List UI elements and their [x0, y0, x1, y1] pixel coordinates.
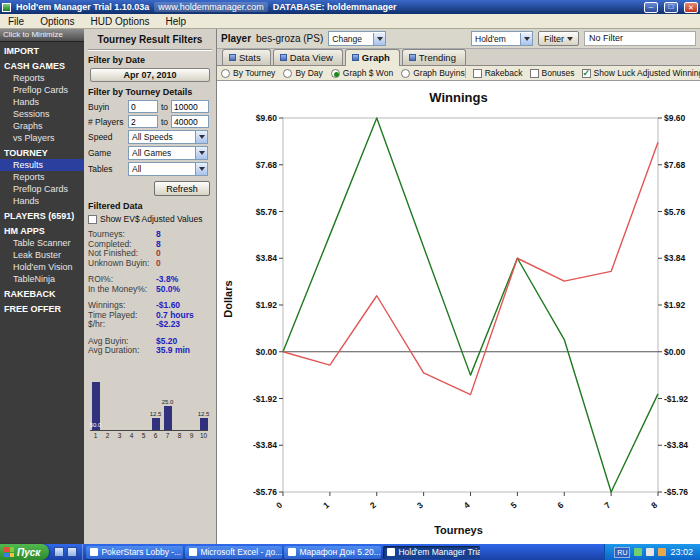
stat-group: ROI%:-3.8%In the Money%:50.0%: [88, 275, 212, 294]
sidebar-section-cash-games[interactable]: CASH GAMES: [0, 57, 84, 72]
mini-chart-bar-value: 50.0: [90, 422, 102, 428]
y-tick-label: -$1.92: [253, 394, 277, 404]
chart-title: Winnings: [217, 90, 700, 105]
language-indicator[interactable]: RU: [614, 547, 630, 558]
stat-value: 35.9 min: [156, 345, 190, 355]
sidebar-item-preflop-cards[interactable]: Preflop Cards: [0, 183, 84, 195]
sidebar-section-free-offer[interactable]: FREE OFFER: [0, 300, 84, 315]
sidebar-item-reports[interactable]: Reports: [0, 72, 84, 84]
filter-status-field: No Filter: [584, 31, 696, 46]
menu-options[interactable]: Options: [32, 16, 82, 27]
to-label: to: [161, 102, 168, 112]
sidebar-item-tableninja[interactable]: TableNinja: [0, 273, 84, 285]
players-to-input[interactable]: [171, 115, 209, 128]
titlebar-site: www.holdemmanager.com: [154, 2, 268, 12]
mini-chart-category-label: 5: [142, 432, 146, 440]
y-tick-label-right: -$5.76: [664, 487, 688, 497]
taskbar-button-microsoft-excel[interactable]: Microsoft Excel - до...: [185, 546, 282, 559]
sidebar-item-results[interactable]: Results: [0, 159, 84, 171]
sidebar-minimize-button[interactable]: Click to Minimize: [0, 29, 84, 42]
sidebar-item-vs-players[interactable]: vs Players: [0, 132, 84, 144]
quick-launch-icon[interactable]: [54, 547, 64, 557]
speed-select[interactable]: All Speeds: [128, 130, 208, 144]
refresh-button[interactable]: Refresh: [154, 181, 210, 196]
y-tick-label-right: -$3.84: [664, 440, 688, 450]
taskbar-button-5-20[interactable]: Марафон Дон 5.20...: [284, 546, 381, 559]
checkbox-bonuses[interactable]: Bonuses: [530, 68, 575, 78]
tray-icon[interactable]: [634, 548, 642, 556]
sidebar-section-import[interactable]: IMPORT: [0, 42, 84, 57]
tables-select[interactable]: All: [128, 162, 208, 176]
tray-icon[interactable]: [658, 548, 666, 556]
y-tick-label: $9.60: [256, 113, 278, 123]
titlebar: Hold'em Manager Trial 1.10.03a www.holde…: [0, 0, 700, 14]
sidebar-section-hm-apps[interactable]: HM APPS: [0, 222, 84, 237]
sidebar-item-leak-buster[interactable]: Leak Buster: [0, 249, 84, 261]
sidebar-item-preflop-cards[interactable]: Preflop Cards: [0, 84, 84, 96]
y-tick-label: -$5.76: [253, 487, 277, 497]
app-window: Hold'em Manager Trial 1.10.03a www.holde…: [0, 0, 700, 560]
filter-panel: Tourney Result Filters Filter by Date Ap…: [84, 29, 217, 544]
menu-hud-options[interactable]: HUD Options: [83, 16, 158, 27]
buyin-from-input[interactable]: [128, 100, 158, 113]
players-from-input[interactable]: [128, 115, 158, 128]
sidebar-item-reports[interactable]: Reports: [0, 171, 84, 183]
checkbox-icon: [582, 69, 591, 78]
stat-label: $/hr:: [88, 320, 156, 330]
quick-launch-icon[interactable]: [67, 547, 77, 557]
sidebar-item-sessions[interactable]: Sessions: [0, 108, 84, 120]
x-tick-label: 8: [649, 500, 659, 511]
app-icon: [2, 3, 11, 12]
y-tick-label-right: $1.92: [664, 300, 686, 310]
stat-value: 8: [156, 239, 161, 249]
filter-button[interactable]: Filter: [538, 31, 579, 46]
sidebar-section-rakeback[interactable]: RAKEBACK: [0, 285, 84, 300]
taskbar-button-pokerstars-lobby[interactable]: PokerStars Lobby -...: [86, 546, 183, 559]
menu-file[interactable]: File: [0, 16, 32, 27]
sidebar-item-table-scanner[interactable]: Table Scanner: [0, 237, 84, 249]
tables-label: Tables: [88, 164, 125, 174]
tab-graph[interactable]: Graph: [345, 49, 400, 66]
taskbar-button-hold-em-manager-tria[interactable]: Hold'em Manager Tria...: [383, 546, 480, 559]
game-select[interactable]: All Games: [128, 146, 208, 160]
checkbox-rakeback[interactable]: Rakeback: [473, 68, 523, 78]
close-button[interactable]: [684, 2, 698, 13]
window-title: Hold'em Manager Trial 1.10.03a: [16, 2, 149, 12]
player-label: Player: [221, 33, 251, 44]
date-button[interactable]: Apr 07, 2010: [90, 68, 210, 82]
maximize-button[interactable]: [664, 2, 678, 13]
mini-chart-category-label: 3: [118, 432, 122, 440]
stat-label: Avg Duration:: [88, 346, 156, 356]
game-type-dropdown[interactable]: Hold'em: [471, 31, 533, 46]
change-player-dropdown[interactable]: Change: [328, 31, 386, 46]
y-tick-label-right: $0.00: [664, 347, 686, 357]
radio-by-tourney[interactable]: By Tourney: [221, 68, 275, 78]
radio-graph-buyins[interactable]: Graph Buyins: [401, 68, 465, 78]
radio-graph-won[interactable]: Graph $ Won: [331, 68, 393, 78]
checkbox-show-luck-adjusted-winnings[interactable]: Show Luck Adjusted Winnings: [582, 68, 700, 78]
tray-icon[interactable]: [646, 548, 654, 556]
mini-chart-category-label: 6: [154, 432, 158, 440]
sidebar-item-hands[interactable]: Hands: [0, 195, 84, 207]
tab-bar: StatsData ViewGraphTrending: [217, 49, 700, 66]
filtered-data-stats: Tourneys:8Completed:8Not Finished:0Unkno…: [88, 230, 212, 356]
taskbar-button-icon: [189, 548, 197, 556]
sidebar-item-hands[interactable]: Hands: [0, 96, 84, 108]
sidebar-section-tourney[interactable]: TOURNEY: [0, 144, 84, 159]
ev-adjusted-checkbox[interactable]: [88, 215, 97, 224]
sidebar-section-players-6591[interactable]: PLAYERS (6591): [0, 207, 84, 222]
tab-trending[interactable]: Trending: [402, 49, 466, 65]
start-button[interactable]: Пуск: [0, 544, 49, 560]
tab-stats[interactable]: Stats: [222, 49, 271, 65]
tab-label: Graph: [362, 52, 390, 63]
menu-help[interactable]: Help: [158, 16, 195, 27]
sidebar-item-hold-em-vision[interactable]: Hold'em Vision: [0, 261, 84, 273]
tab-data-view[interactable]: Data View: [273, 49, 343, 65]
radio-by-day[interactable]: By Day: [283, 68, 322, 78]
buyin-to-input[interactable]: [171, 100, 209, 113]
titlebar-database: DATABASE: holdemmanager: [273, 2, 397, 12]
player-name: bes-groza (PS): [256, 33, 323, 44]
sidebar-item-graphs[interactable]: Graphs: [0, 120, 84, 132]
minimize-button[interactable]: [644, 2, 658, 13]
to-label: to: [161, 117, 168, 127]
